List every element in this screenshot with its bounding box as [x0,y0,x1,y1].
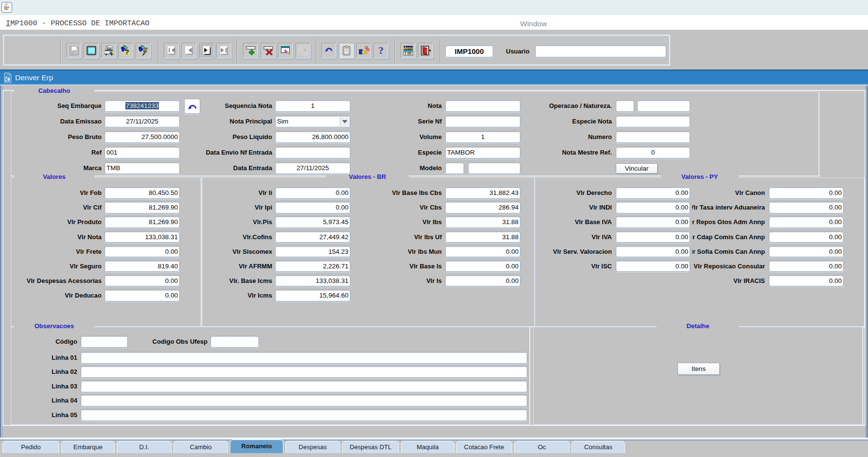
svg-text:Menu: Menu [402,46,414,51]
svg-text:?: ? [124,48,129,56]
svg-text:?: ? [379,45,384,56]
